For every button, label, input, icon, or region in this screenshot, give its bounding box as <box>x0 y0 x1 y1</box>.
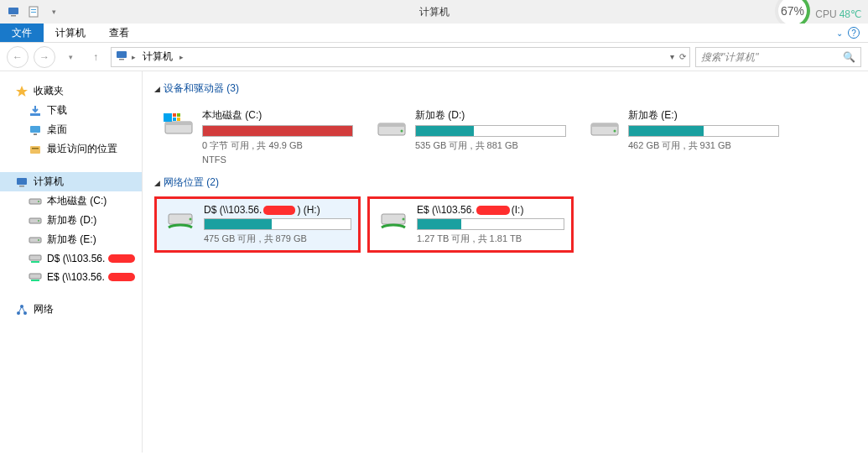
svg-rect-32 <box>177 118 180 121</box>
redacted-text <box>108 254 135 263</box>
svg-rect-41 <box>382 214 405 224</box>
search-input[interactable] <box>701 51 843 63</box>
ribbon-help[interactable]: ⌄ ? <box>836 24 868 42</box>
svg-rect-13 <box>17 178 27 185</box>
tab-computer[interactable]: 计算机 <box>44 24 97 42</box>
redacted-text <box>476 206 510 215</box>
svg-point-42 <box>403 218 405 221</box>
refresh-icon[interactable]: ⟳ <box>679 52 686 61</box>
usage-bar <box>415 125 566 137</box>
collapse-icon: ◢ <box>154 179 160 187</box>
drive-d[interactable]: 新加卷 (D:) 535 GB 可用 , 共 881 GB <box>367 102 574 170</box>
network-drive-icon <box>29 252 42 265</box>
drive-name: 新加卷 (D:) <box>415 108 566 123</box>
address-bar[interactable]: ▸ 计算机 ▸ ▾ ⟳ <box>111 47 690 67</box>
svg-rect-6 <box>119 59 124 60</box>
drive-name: 本地磁盘 (C:) <box>202 108 353 123</box>
sidebar-item-desktop[interactable]: 桌面 <box>0 120 142 139</box>
svg-rect-0 <box>8 8 18 14</box>
drive-name: E$ (\\103.56. (I:) <box>417 204 564 216</box>
tab-file[interactable]: 文件 <box>0 24 44 42</box>
redacted-text <box>263 206 295 215</box>
computer-icon <box>115 49 128 65</box>
drive-stat: 1.27 TB 可用 , 共 1.81 TB <box>417 233 564 245</box>
search-icon[interactable]: 🔍 <box>843 51 855 63</box>
drive-row-network: D$ (\\103.56.) (H:) 475 GB 可用 , 共 879 GB… <box>148 196 863 253</box>
svg-point-16 <box>38 201 39 202</box>
svg-rect-30 <box>177 113 180 117</box>
desktop-icon <box>29 123 42 137</box>
dropdown-icon[interactable]: ▾ <box>47 5 60 18</box>
drive-e[interactable]: 新加卷 (E:) 462 GB 可用 , 共 931 GB <box>580 102 787 170</box>
sidebar-computer[interactable]: 计算机 <box>0 172 142 191</box>
favorites-group: 收藏夹 下载 桌面 最近访问的位置 <box>0 81 142 159</box>
nav-history-dropdown[interactable]: ▾ <box>60 47 81 67</box>
drive-c[interactable]: 本地磁盘 (C:) 0 字节 可用 , 共 49.9 GB NTFS <box>154 102 361 170</box>
svg-rect-5 <box>117 51 127 58</box>
window-title: 计算机 <box>419 5 450 19</box>
nav-forward-button[interactable]: → <box>34 46 55 68</box>
drive-name: 新加卷 (E:) <box>628 108 779 123</box>
quick-access-icons: ▾ <box>0 5 60 18</box>
svg-rect-28 <box>164 113 172 122</box>
nav-back-button[interactable]: ← <box>7 46 29 68</box>
sidebar-drive-e[interactable]: 新加卷 (E:) <box>0 230 142 249</box>
sidebar-item-label: 桌面 <box>47 123 67 137</box>
svg-rect-3 <box>31 9 36 10</box>
nav-up-button[interactable]: ↑ <box>86 47 106 67</box>
section-network[interactable]: ◢ 网络位置 (2) <box>154 175 863 190</box>
drive-stat: 535 GB 可用 , 共 881 GB <box>415 139 566 152</box>
recent-icon <box>29 143 42 156</box>
svg-rect-31 <box>173 118 176 121</box>
breadcrumb-root[interactable]: 计算机 <box>139 48 176 65</box>
search-box[interactable]: 🔍 <box>695 47 861 67</box>
svg-rect-8 <box>30 113 40 116</box>
dropdown-icon[interactable]: ▾ <box>670 52 674 61</box>
sidebar-network[interactable]: 网络 <box>0 300 142 319</box>
sidebar-item-downloads[interactable]: 下载 <box>0 101 142 120</box>
section-title: 网络位置 (2) <box>164 175 219 190</box>
svg-rect-9 <box>30 126 40 133</box>
local-drive-icon <box>375 108 408 142</box>
drive-row-devices: 本地磁盘 (C:) 0 字节 可用 , 共 49.9 GB NTFS 新加卷 (… <box>148 102 863 170</box>
network-icon <box>15 303 29 316</box>
sidebar-item-label: 收藏夹 <box>34 84 64 98</box>
sidebar-drive-c[interactable]: 本地磁盘 (C:) <box>0 191 142 211</box>
svg-marker-7 <box>16 86 28 97</box>
netdrive-i[interactable]: E$ (\\103.56. (I:) 1.27 TB 可用 , 共 1.81 T… <box>367 196 574 253</box>
sidebar-item-label: D$ (\\103.56. <box>47 253 105 264</box>
drive-info: 新加卷 (D:) 535 GB 可用 , 共 881 GB <box>415 108 566 165</box>
sidebar-item-label: E$ (\\103.56. <box>47 271 105 283</box>
document-icon[interactable] <box>27 5 40 18</box>
section-devices[interactable]: ◢ 设备和驱动器 (3) <box>154 81 863 96</box>
chevron-right-icon: ▸ <box>179 53 184 61</box>
sidebar-netdrive-d[interactable]: D$ (\\103.56. <box>0 249 142 268</box>
drive-fs: NTFS <box>202 154 353 165</box>
ribbon-tabs: 文件 计算机 查看 ⌄ ? <box>0 24 868 43</box>
svg-rect-21 <box>29 255 41 260</box>
sidebar-drive-d[interactable]: 新加卷 (D:) <box>0 211 142 230</box>
nav-bar: ← → ▾ ↑ ▸ 计算机 ▸ ▾ ⟳ 🔍 <box>0 43 868 71</box>
usage-bar <box>417 218 564 230</box>
svg-rect-34 <box>378 123 405 127</box>
help-icon[interactable]: ? <box>848 27 860 39</box>
tab-view[interactable]: 查看 <box>97 24 141 42</box>
network-drive-icon <box>29 270 42 284</box>
sidebar-item-recent[interactable]: 最近访问的位置 <box>0 139 142 159</box>
svg-rect-14 <box>19 186 24 187</box>
chevron-right-icon: ▸ <box>132 53 136 61</box>
download-icon <box>29 104 42 118</box>
usage-bar <box>202 125 353 137</box>
sidebar-item-label: 网络 <box>34 302 54 316</box>
computer-icon[interactable] <box>7 5 20 18</box>
network-group: 网络 <box>0 300 142 319</box>
computer-group: 计算机 本地磁盘 (C:) 新加卷 (D:) 新加卷 (E:) D$ (\\10… <box>0 172 142 286</box>
sidebar-favorites[interactable]: 收藏夹 <box>0 81 142 101</box>
netdrive-h[interactable]: D$ (\\103.56.) (H:) 475 GB 可用 , 共 879 GB <box>154 196 361 253</box>
drive-stat: 475 GB 可用 , 共 879 GB <box>204 233 351 245</box>
svg-rect-11 <box>30 146 40 154</box>
nav-sidebar: 收藏夹 下载 桌面 最近访问的位置 计算机 本地磁盘 (C:) <box>0 71 143 452</box>
network-drive-icon <box>164 204 197 238</box>
sidebar-netdrive-e[interactable]: E$ (\\103.56. <box>0 268 142 286</box>
sidebar-item-label: 下载 <box>47 103 67 118</box>
